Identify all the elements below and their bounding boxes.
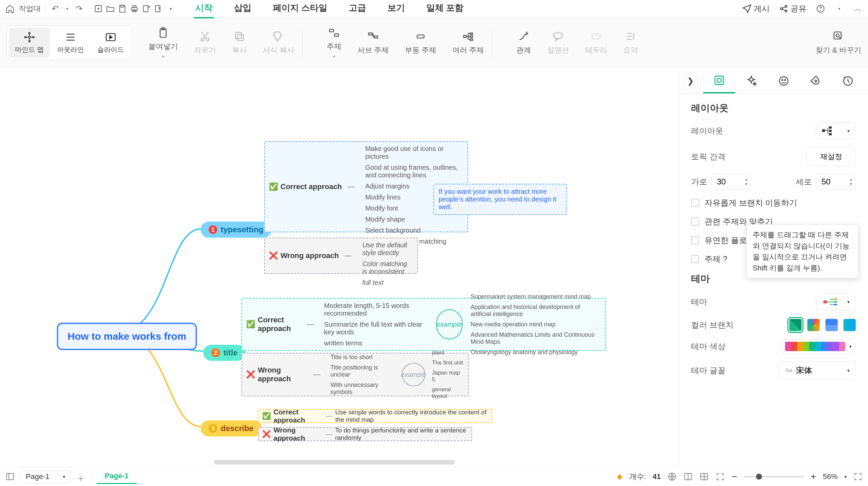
mm-item[interactable]: Color matching is inconsistent xyxy=(361,258,414,277)
spin-up-icon[interactable]: ▲ xyxy=(744,177,748,182)
mm-item[interactable]: The first unit xyxy=(431,358,465,368)
mm-item[interactable]: Japan map 5 xyxy=(431,368,465,384)
chevron-down-icon[interactable]: ▾ xyxy=(844,474,846,479)
copy-button[interactable]: 복사 xyxy=(232,27,247,59)
vert-value[interactable] xyxy=(822,177,838,187)
import-icon[interactable] xyxy=(154,4,163,13)
branch-swatch-1[interactable] xyxy=(789,319,802,331)
mm-item[interactable]: Modify shape xyxy=(364,214,465,225)
spin-up-icon[interactable]: ▲ xyxy=(849,177,853,182)
open-icon[interactable] xyxy=(106,4,115,13)
title-wrong-box[interactable]: ❌ Wrong approach — Title is too short Ti… xyxy=(241,353,469,396)
help-icon[interactable] xyxy=(816,4,825,13)
checkbox[interactable] xyxy=(691,255,699,263)
zoom-slider[interactable] xyxy=(744,476,804,477)
panel-tab-layout[interactable] xyxy=(703,68,735,93)
spin-down-icon[interactable]: ▼ xyxy=(744,182,748,187)
zoom-value[interactable]: 56% xyxy=(823,472,838,481)
typesetting-wrong-box[interactable]: ❌ Wrong approach — Use the default style… xyxy=(264,238,418,274)
zoom-out-button[interactable]: − xyxy=(732,471,737,482)
free-move-checkbox-row[interactable]: 자유롭게 브랜치 이동하기 xyxy=(691,198,856,208)
topic-button[interactable]: 주제 ▾ xyxy=(327,27,341,59)
menu-advanced[interactable]: 고급 xyxy=(347,0,368,19)
horiz-input[interactable]: ▲▼ xyxy=(711,174,751,190)
horizontal-scrollbar[interactable] xyxy=(214,460,455,464)
mm-item[interactable]: Make good use of icons or pictures xyxy=(364,143,465,162)
format-copy-button[interactable]: 서식 복사 xyxy=(263,27,294,59)
new-icon[interactable] xyxy=(94,4,103,13)
menu-view[interactable]: 보기 xyxy=(386,0,406,19)
view-outline[interactable]: 아웃라인 xyxy=(51,28,90,58)
panel-collapse-button[interactable]: ❯ xyxy=(683,74,698,88)
title-correct-box[interactable]: ✅ Correct approach — Moderate length, 5-… xyxy=(241,298,606,351)
layout-select[interactable]: ▾ xyxy=(816,122,856,139)
checkbox[interactable] xyxy=(691,199,699,207)
menu-page-style[interactable]: 페이지 스타일 xyxy=(272,0,329,19)
mm-item[interactable]: Application and historical development o… xyxy=(469,302,603,319)
mm-item[interactable]: Moderate length, 5-15 words recommended xyxy=(323,300,429,319)
example-circle[interactable]: example xyxy=(402,363,425,386)
mm-item[interactable]: Title positioning is unclear xyxy=(329,363,397,380)
theme-color-select[interactable]: ▾ xyxy=(781,339,856,353)
mm-item[interactable]: Summarize the full text with clear key w… xyxy=(323,319,429,338)
cut-button[interactable]: 자르기 xyxy=(194,27,216,59)
panel-tab-history[interactable] xyxy=(832,68,864,93)
add-page-button[interactable]: ＋ xyxy=(76,472,86,481)
mm-item[interactable]: Advanced Mathematics Limits and Continuo… xyxy=(469,330,603,347)
branch-typesetting[interactable]: 1 typesetting xyxy=(200,222,272,238)
undo-icon[interactable]: ↶ xyxy=(51,4,60,13)
note-button[interactable]: 설명선 xyxy=(547,30,569,55)
panel-tab-style[interactable] xyxy=(800,68,832,93)
mm-item[interactable]: Select background xyxy=(364,225,465,236)
redo-icon[interactable]: ↷ xyxy=(74,4,84,13)
mm-item[interactable]: With unnecessary symbols xyxy=(329,380,397,397)
vert-input[interactable]: ▲▼ xyxy=(816,174,856,190)
checkbox[interactable] xyxy=(691,218,699,226)
spin-down-icon[interactable]: ▼ xyxy=(849,182,853,187)
mm-item[interactable]: general layout xyxy=(431,384,465,401)
relation-button[interactable]: 관계 xyxy=(516,30,531,55)
example-circle[interactable]: example xyxy=(436,309,463,339)
paste-button[interactable]: 붙여넣기 ▾ xyxy=(149,27,178,59)
page-select[interactable]: Page-1 ▾ xyxy=(20,470,71,483)
describe-wrong-box[interactable]: ❌ Wrong approach — To do things perfunct… xyxy=(258,427,472,441)
mm-item[interactable]: plant xyxy=(431,348,465,358)
branch-title[interactable]: 2 title xyxy=(203,345,246,361)
mm-root[interactable]: How to make works from xyxy=(57,323,197,350)
mm-item[interactable]: New media operation mind map xyxy=(469,319,603,330)
zoom-in-button[interactable]: + xyxy=(811,471,816,482)
callout-box[interactable]: If you want your work to attract more pe… xyxy=(433,184,567,215)
border-button[interactable]: 테두리 xyxy=(585,30,607,55)
multi-topic-button[interactable]: 여러 주제 xyxy=(453,27,484,59)
grid-icon[interactable] xyxy=(700,472,709,481)
menu-insert[interactable]: 삽입 xyxy=(233,0,253,19)
mm-item[interactable]: Supermarket system management mind map xyxy=(469,291,603,302)
columns-icon[interactable] xyxy=(683,472,693,481)
mm-item[interactable]: Title is too short xyxy=(329,352,397,363)
reset-button[interactable]: 재설정 xyxy=(806,147,856,166)
mm-item[interactable]: written terms xyxy=(323,338,429,349)
canvas[interactable]: How to make works from 1 typesetting ✅ C… xyxy=(0,68,679,466)
more-dropdown-icon[interactable]: ▾ xyxy=(166,4,175,13)
page-tab[interactable]: Page-1 xyxy=(97,469,137,484)
mm-item[interactable]: Use the default style directly xyxy=(361,240,414,258)
theme-select[interactable]: ▾ xyxy=(816,293,856,311)
home-icon[interactable] xyxy=(5,4,15,13)
menu-start[interactable]: 시작 xyxy=(194,0,214,19)
mm-item[interactable]: Good at using frames, outlines, and conn… xyxy=(364,162,465,181)
print-icon[interactable] xyxy=(130,4,139,13)
branch-swatch-3[interactable] xyxy=(825,319,838,331)
branch-swatch-4[interactable] xyxy=(843,319,856,331)
font-select[interactable]: Aa 宋体 ▾ xyxy=(779,362,856,379)
globe-icon[interactable] xyxy=(668,472,677,481)
mm-item[interactable]: full text xyxy=(361,277,414,288)
view-slides[interactable]: 슬라이드 xyxy=(91,28,130,58)
panel-tab-ai[interactable] xyxy=(735,68,767,93)
panel-tab-emoji[interactable] xyxy=(767,68,800,93)
mm-item[interactable]: Otolaryngology anatomy and physiology xyxy=(469,347,603,358)
find-replace-button[interactable]: 찾기 & 바꾸기 xyxy=(815,30,861,55)
help-dropdown-icon[interactable]: ▾ xyxy=(835,4,844,13)
save-icon[interactable] xyxy=(118,4,127,13)
undo-dropdown-icon[interactable]: ▾ xyxy=(63,4,72,13)
horiz-value[interactable] xyxy=(717,177,733,187)
